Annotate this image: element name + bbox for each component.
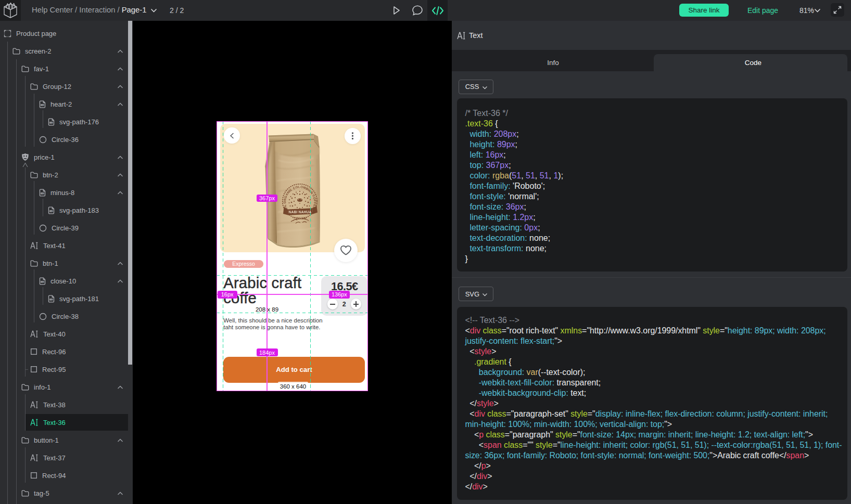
svg-text:svg: svg <box>50 121 53 123</box>
svg-text:NABI NAHUA: NABI NAHUA <box>288 210 311 214</box>
svg-text:svg: svg <box>50 210 53 212</box>
svg-text:svg: svg <box>50 298 53 300</box>
svg-text:svg: svg <box>41 192 44 194</box>
svg-text:svg: svg <box>41 104 44 106</box>
svg-text:svg: svg <box>41 280 44 282</box>
